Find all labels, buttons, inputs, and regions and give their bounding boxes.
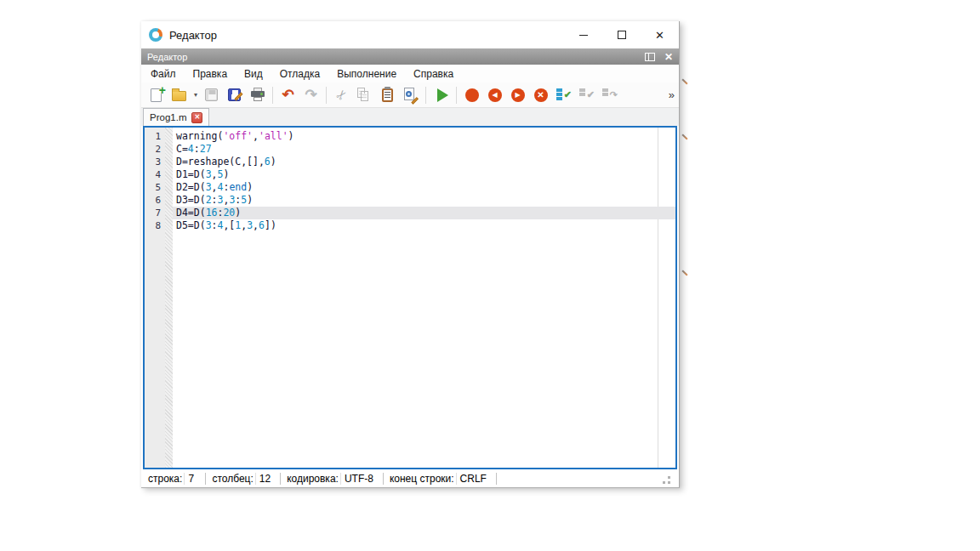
code-editor[interactable]: 12345678 warning('off','all')C=4:27D=res… — [143, 126, 677, 469]
undock-icon[interactable] — [645, 53, 655, 61]
code-area[interactable]: warning('off','all')C=4:27D=reshape(C,[]… — [173, 128, 675, 468]
menu-debug[interactable]: Отладка — [271, 65, 328, 82]
dropdown-caret-icon: ▾ — [194, 91, 197, 99]
breakpoint-margin[interactable] — [165, 128, 173, 468]
save-button[interactable] — [200, 84, 223, 106]
toolbar: + ▾ ↶ ↷ ✂ — [141, 82, 679, 108]
remove-all-breakpoints-button[interactable]: ✕ — [529, 84, 552, 106]
tab-bar: Prog1.m ✕ — [141, 108, 679, 126]
code-line[interactable]: D5=D(3:4,[1,3,6]) — [173, 219, 675, 232]
status-line-label: строка: — [148, 473, 184, 485]
menu-run[interactable]: Выполнение — [328, 65, 405, 82]
toolbar-separator — [326, 87, 327, 104]
window-edge-mark — [681, 78, 687, 84]
line-number[interactable]: 3 — [145, 156, 165, 168]
tab-close-icon[interactable]: ✕ — [191, 112, 202, 123]
close-button[interactable]: ✕ — [641, 21, 679, 48]
code-line[interactable]: D=reshape(C,[],6) — [173, 156, 675, 168]
run-button[interactable] — [430, 84, 453, 106]
paste-icon — [382, 88, 393, 102]
line-number[interactable]: 4 — [145, 168, 165, 181]
step-in-button[interactable]: ✔ — [575, 84, 598, 106]
run-icon — [437, 88, 448, 102]
open-file-button[interactable] — [168, 84, 191, 106]
cut-button[interactable]: ✂ — [330, 84, 353, 106]
menu-help[interactable]: Справка — [405, 65, 462, 82]
find-replace-button[interactable] — [399, 84, 422, 106]
close-icon: ✕ — [655, 30, 664, 41]
remove-breakpoints-icon: ✕ — [534, 88, 548, 102]
print-button[interactable] — [246, 84, 269, 106]
status-separator — [280, 473, 281, 485]
menu-view[interactable]: Вид — [236, 65, 271, 82]
status-eol-value: CRLF — [456, 473, 490, 485]
line-number[interactable]: 1 — [145, 130, 165, 143]
maximize-icon — [618, 31, 626, 39]
line-number-gutter[interactable]: 12345678 — [145, 128, 165, 468]
new-file-button[interactable]: + — [145, 84, 168, 106]
status-line-value: 7 — [184, 473, 199, 485]
redo-button[interactable]: ↷ — [299, 84, 322, 106]
next-breakpoint-button[interactable]: ▶ — [506, 84, 529, 106]
status-column: столбец: 12 — [212, 473, 274, 485]
window-controls: ✕ — [564, 21, 679, 48]
app-logo-icon — [149, 28, 162, 42]
line-number[interactable]: 7 — [145, 207, 165, 219]
toolbar-overflow-chevron[interactable]: » — [669, 88, 675, 101]
code-line[interactable]: D3=D(2:3,3:5) — [173, 194, 675, 207]
open-folder-icon — [172, 91, 186, 101]
tab-label: Prog1.m — [150, 112, 186, 122]
code-line[interactable]: C=4:27 — [173, 143, 675, 156]
previous-breakpoint-button[interactable]: ◀ — [483, 84, 506, 106]
line-number[interactable]: 8 — [145, 219, 165, 232]
menu-file[interactable]: Файл — [142, 65, 185, 82]
status-eol-label: конец строки: — [390, 473, 456, 485]
minimize-button[interactable] — [564, 21, 602, 48]
breakpoint-icon — [465, 88, 479, 102]
save-as-icon — [228, 88, 241, 101]
code-line[interactable]: warning('off','all') — [173, 130, 675, 143]
step-out-icon: ↷ — [601, 88, 618, 102]
code-line[interactable]: D4=D(16:20) — [173, 207, 675, 219]
line-number[interactable]: 5 — [145, 181, 165, 194]
window-title: Редактор — [169, 29, 217, 42]
desktop-background: Редактор ✕ Редактор ✕ Файл Правка Вид От… — [0, 0, 980, 551]
code-lines: warning('off','all')C=4:27D=reshape(C,[]… — [173, 130, 675, 232]
dock-titlebar[interactable]: Редактор ✕ — [141, 48, 679, 65]
code-line[interactable]: D1=D(3,5) — [173, 168, 675, 181]
editor-window: Редактор ✕ Редактор ✕ Файл Правка Вид От… — [141, 21, 680, 488]
paste-button[interactable] — [376, 84, 399, 106]
line-number[interactable]: 2 — [145, 143, 165, 156]
dock-close-icon[interactable]: ✕ — [664, 52, 673, 62]
step-button[interactable]: ✔ — [552, 84, 575, 106]
step-in-icon: ✔ — [578, 88, 595, 102]
undo-button[interactable]: ↶ — [276, 84, 299, 106]
dock-title: Редактор — [147, 52, 187, 62]
undo-icon: ↶ — [282, 88, 293, 102]
tab-prog1m[interactable]: Prog1.m ✕ — [143, 108, 209, 126]
menu-edit[interactable]: Правка — [185, 65, 236, 82]
new-file-icon: + — [151, 88, 162, 102]
maximize-button[interactable] — [602, 21, 641, 48]
status-encoding: кодировка: UTF-8 — [287, 473, 377, 485]
cut-icon: ✂ — [333, 87, 350, 103]
line-number[interactable]: 6 — [145, 194, 165, 207]
dock-icons: ✕ — [645, 52, 673, 62]
toggle-breakpoint-button[interactable] — [460, 84, 483, 106]
menu-bar: Файл Правка Вид Отладка Выполнение Справ… — [141, 65, 679, 82]
status-eol: конец строки: CRLF — [390, 473, 490, 485]
status-bar: строка: 7 столбец: 12 кодировка: UTF-8 к… — [141, 469, 679, 487]
step-out-button[interactable]: ↷ — [598, 84, 621, 106]
status-encoding-label: кодировка: — [287, 473, 340, 485]
copy-button[interactable] — [353, 84, 376, 106]
minimize-icon — [579, 35, 588, 36]
status-separator — [205, 473, 206, 485]
open-file-dropdown[interactable]: ▾ — [191, 84, 200, 106]
print-icon — [250, 88, 265, 102]
code-line[interactable]: D2=D(3,4:end) — [173, 181, 675, 194]
save-as-button[interactable] — [223, 84, 246, 106]
status-encoding-value: UTF-8 — [340, 473, 377, 485]
window-titlebar[interactable]: Редактор ✕ — [141, 21, 679, 48]
status-separator — [496, 473, 497, 485]
resize-grip[interactable] — [663, 476, 670, 484]
